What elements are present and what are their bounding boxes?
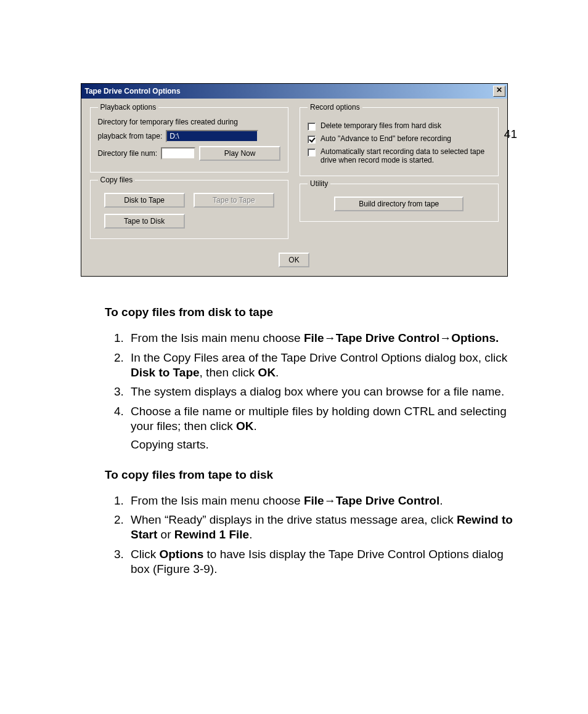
dir-file-num-input[interactable]	[161, 147, 195, 160]
ok-button[interactable]: OK	[279, 253, 309, 267]
text: , then click	[200, 366, 258, 379]
delete-temp-checkbox[interactable]	[308, 123, 316, 131]
utility-group: Utility Build directory from tape	[300, 184, 499, 222]
page-number: 41	[504, 128, 517, 141]
play-now-button[interactable]: Play Now	[199, 146, 280, 161]
text: In the Copy Files area of the Tape Drive…	[131, 351, 507, 364]
list-item: Choose a file name or multiple files by …	[127, 404, 517, 453]
copy-files-legend: Copy files	[98, 176, 136, 184]
text: When “Ready” displays in the drive statu…	[131, 513, 457, 526]
section1-heading: To copy files from disk to tape	[105, 305, 517, 320]
arrow-icon: →	[324, 494, 336, 507]
text: Click	[131, 548, 159, 561]
text: From the Isis main menu choose	[131, 494, 304, 507]
text: or	[157, 528, 174, 541]
list-item: From the Isis main menu choose File→Tape…	[127, 493, 517, 508]
utility-legend: Utility	[308, 179, 330, 188]
dialog-title: Tape Drive Control Options	[85, 87, 181, 95]
list-item: The system displays a dialog box where y…	[127, 384, 517, 399]
playback-dir-label2: playback from tape:	[98, 132, 163, 140]
text: .	[254, 420, 257, 432]
bold-text: Tape Drive Control	[336, 331, 440, 344]
auto-start-record-checkbox[interactable]	[308, 148, 316, 156]
dialog-body: Playback options Directory for temporary…	[81, 99, 507, 276]
list-item: In the Copy Files area of the Tape Drive…	[127, 351, 517, 381]
bold-text: Options.	[451, 331, 499, 344]
document-body: To copy files from disk to tape From the…	[105, 305, 517, 577]
playback-options-group: Playback options Directory for temporary…	[90, 107, 289, 172]
auto-advance-checkbox[interactable]	[308, 136, 316, 144]
auto-start-record-label: Automatically start recording data to se…	[321, 147, 491, 164]
dialog-screenshot: Tape Drive Control Options ✕ Playback op…	[81, 83, 508, 277]
text: .	[276, 366, 279, 379]
bold-text: Options	[159, 548, 203, 561]
text: .	[249, 528, 252, 541]
arrow-icon: →	[439, 331, 451, 344]
section2-heading: To copy files from tape to disk	[105, 468, 517, 482]
tape-to-disk-button[interactable]: Tape to Disk	[104, 214, 185, 229]
bold-text: OK	[236, 420, 254, 432]
arrow-icon: →	[324, 331, 336, 344]
bold-text: OK	[258, 366, 276, 379]
record-options-group: Record options Delete temporary files fr…	[300, 107, 499, 176]
auto-advance-label: Auto "Advance to End" before recording	[321, 134, 451, 143]
playback-dir-label: Directory for temporary files created du…	[98, 118, 281, 126]
followon-text: Copying starts.	[131, 437, 517, 452]
bold-text: Rewind 1 File	[174, 528, 249, 541]
disk-to-tape-button[interactable]: Disk to Tape	[104, 193, 185, 208]
close-button[interactable]: ✕	[493, 86, 505, 97]
list-item: From the Isis main menu choose File→Tape…	[127, 331, 517, 346]
bold-text: File	[304, 331, 324, 344]
text: .	[439, 494, 443, 507]
text: From the Isis main menu choose	[131, 331, 304, 344]
delete-temp-label: Delete temporary files from hard disk	[321, 121, 441, 130]
tape-drive-control-options-dialog: Tape Drive Control Options ✕ Playback op…	[81, 83, 508, 277]
bold-text: Disk to Tape	[131, 366, 200, 379]
playback-legend: Playback options	[98, 103, 159, 112]
text: Choose a file name or multiple files by …	[131, 405, 507, 432]
close-icon: ✕	[496, 86, 502, 94]
titlebar: Tape Drive Control Options ✕	[81, 84, 507, 99]
playback-dir-input[interactable]	[166, 130, 258, 142]
list-item: When “Ready” displays in the drive statu…	[127, 513, 517, 543]
bold-text: File	[304, 494, 324, 507]
bold-text: Tape Drive Control	[336, 494, 440, 507]
dir-file-num-label: Directory file num:	[98, 149, 158, 158]
record-legend: Record options	[308, 103, 362, 112]
copy-files-group: Copy files Disk to Tape Tape to Tape Tap…	[90, 180, 289, 239]
build-directory-button[interactable]: Build directory from tape	[334, 197, 463, 211]
tape-to-tape-button: Tape to Tape	[194, 193, 274, 208]
list-item: Click Options to have Isis display the T…	[127, 547, 517, 577]
